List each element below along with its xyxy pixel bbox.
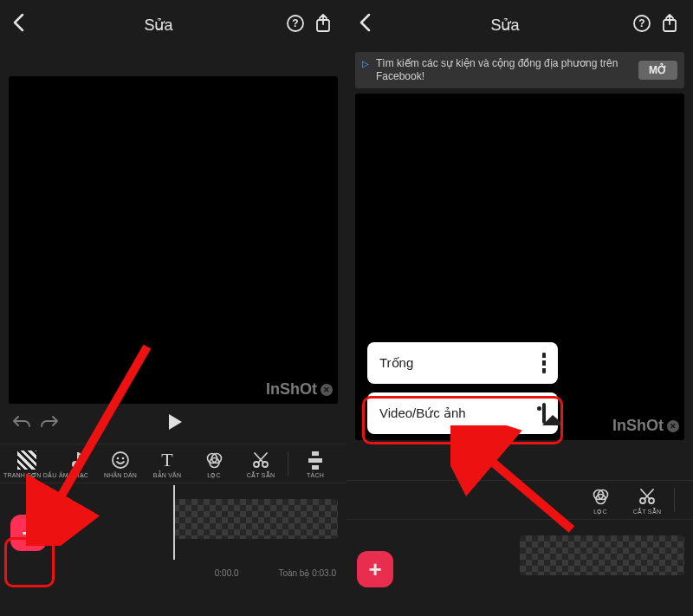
svg-text:?: ? <box>292 17 298 29</box>
tool-strip: LỌC CẮT SẴN <box>346 480 693 520</box>
popup-label: Trống <box>379 355 413 371</box>
close-icon[interactable]: ✕ <box>321 384 333 396</box>
tool-precut[interactable]: CẮT SẴN <box>237 450 284 479</box>
watermark-text: InShOt <box>266 380 317 399</box>
undo-icon[interactable] <box>12 412 31 435</box>
tool-canvas[interactable]: TRANH SƠN DẦU <box>3 450 50 479</box>
align-icon <box>678 486 693 507</box>
tool-label: NHÃN DÁN <box>97 472 144 478</box>
help-icon[interactable]: ? <box>284 14 307 37</box>
hatch-icon <box>3 450 50 470</box>
svg-text:?: ? <box>638 17 644 29</box>
tool-label: TRANH SƠN DẦU <box>3 472 50 479</box>
add-media-button[interactable]: + <box>357 551 393 587</box>
tool-sticker[interactable]: NHÃN DÁN <box>97 450 144 478</box>
scissors-icon <box>624 486 670 507</box>
scissors-icon <box>237 450 284 470</box>
popup-option-media[interactable]: Video/Bức ảnh <box>367 392 558 434</box>
tool-align[interactable]: TÁCH <box>292 450 339 478</box>
tool-filter[interactable]: LỌC <box>577 486 624 515</box>
svg-point-5 <box>117 457 120 460</box>
tool-label: LỌC <box>577 509 624 515</box>
tool-label: LỌC <box>191 472 237 479</box>
separator <box>674 488 675 512</box>
tool-filter[interactable]: LỌC <box>191 450 237 479</box>
page-title: Sửa <box>385 16 625 35</box>
music-icon <box>50 450 97 470</box>
timeline[interactable]: + <box>346 520 693 616</box>
screenshot-left: Sửa ? InShOt ✕ TRANH SƠN DẦU <box>0 0 346 616</box>
share-icon[interactable] <box>658 14 681 37</box>
header: Sửa ? <box>0 0 346 50</box>
popup-label: Video/Bức ảnh <box>379 405 466 421</box>
screenshot-right: Sửa ? ▷ Tìm kiếm các sự kiện và cộng đồn… <box>346 0 693 616</box>
back-icon[interactable] <box>359 13 385 37</box>
tool-label: TÁCH <box>292 472 339 478</box>
play-icon[interactable] <box>68 411 282 438</box>
align-icon <box>292 450 339 470</box>
playback-controls <box>0 404 346 444</box>
dashed-rect-icon <box>542 354 546 373</box>
ad-banner[interactable]: ▷ Tìm kiếm các sự kiện và cộng đồng địa … <box>355 52 684 88</box>
timeline[interactable]: + 0:00.0 Toàn bộ 0:03.0 <box>0 483 346 583</box>
tool-precut[interactable]: CẮT SẴN <box>624 486 670 515</box>
tool-label: CẮT SẴN <box>624 509 670 515</box>
watermark-text: InShOt <box>612 417 664 435</box>
playhead[interactable] <box>173 485 175 560</box>
svg-point-6 <box>122 457 125 460</box>
back-icon[interactable] <box>12 13 38 37</box>
watermark[interactable]: InShOt ✕ <box>266 380 333 399</box>
tool-music[interactable]: ÂM NHẠC <box>50 450 97 479</box>
tool-label: ÂM NHẠC <box>50 472 97 479</box>
ad-text: Tìm kiếm các sự kiện và cộng đồng địa ph… <box>376 57 631 83</box>
tool-label: BẢN VĂN <box>144 472 191 479</box>
share-icon[interactable] <box>312 14 334 37</box>
close-icon[interactable]: ✕ <box>667 420 679 432</box>
separator <box>288 451 288 476</box>
ad-open-button[interactable]: MỞ <box>638 61 677 80</box>
timeline-track[interactable] <box>173 499 338 539</box>
playback-controls <box>346 440 693 480</box>
svg-point-4 <box>113 452 128 468</box>
image-icon <box>542 405 546 423</box>
svg-point-3 <box>72 461 79 468</box>
time-labels: 0:00.0 Toàn bộ 0:03.0 <box>0 568 346 578</box>
smile-icon <box>97 450 144 470</box>
add-media-popup: Trống Video/Bức ảnh <box>367 342 558 443</box>
filter-icon <box>577 486 624 507</box>
add-media-button[interactable]: + <box>10 515 47 551</box>
tool-strip: TRANH SƠN DẦU ÂM NHẠC NHÃN DÁN T BẢN VĂN… <box>0 444 346 483</box>
page-title: Sửa <box>38 16 279 35</box>
ad-mark-icon: ▷ <box>362 59 369 68</box>
header: Sửa ? <box>346 0 693 50</box>
time-current: 0:00.0 <box>175 568 278 578</box>
redo-icon[interactable] <box>40 412 59 435</box>
filter-icon <box>191 450 237 470</box>
video-preview[interactable]: InShOt ✕ <box>9 76 338 404</box>
text-icon: T <box>144 450 191 470</box>
timeline-track[interactable] <box>520 535 684 575</box>
popup-option-blank[interactable]: Trống <box>367 342 558 384</box>
tool-text[interactable]: T BẢN VĂN <box>144 450 191 479</box>
tool-align[interactable] <box>678 486 693 507</box>
help-icon[interactable]: ? <box>631 14 653 37</box>
watermark[interactable]: InShOt ✕ <box>612 417 679 435</box>
tool-label: CẮT SẴN <box>237 472 284 479</box>
